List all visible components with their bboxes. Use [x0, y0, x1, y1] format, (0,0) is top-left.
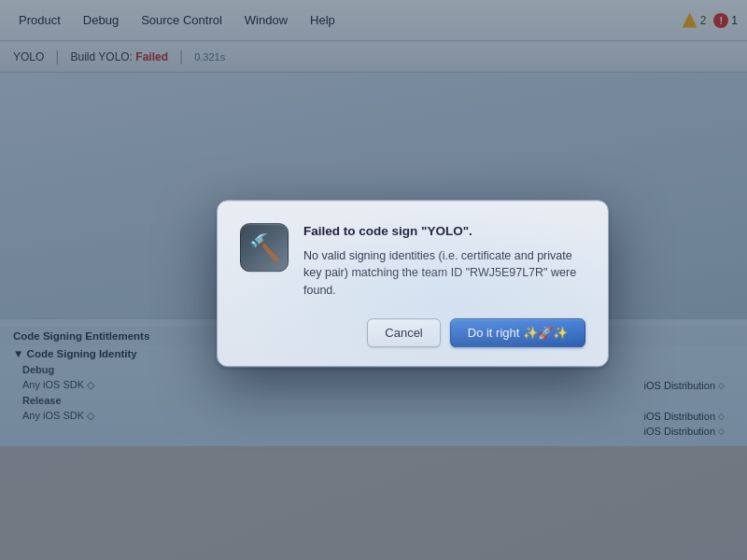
dialog-text-area: Failed to code sign "YOLO". No valid sig…	[303, 223, 585, 300]
do-it-right-button[interactable]: Do it right ✨🚀✨	[450, 318, 585, 347]
hammer-icon: 🔨	[248, 232, 281, 263]
error-dialog: 🔨 Failed to code sign "YOLO". No valid s…	[217, 200, 609, 367]
dialog-buttons: Cancel Do it right ✨🚀✨	[240, 318, 585, 347]
dialog-app-icon: 🔨	[240, 223, 289, 272]
dialog-title: Failed to code sign "YOLO".	[303, 223, 585, 240]
dialog-message: No valid signing identities (i.e. certif…	[303, 247, 585, 300]
dialog-body: 🔨 Failed to code sign "YOLO". No valid s…	[240, 223, 585, 300]
cancel-button[interactable]: Cancel	[367, 318, 440, 347]
